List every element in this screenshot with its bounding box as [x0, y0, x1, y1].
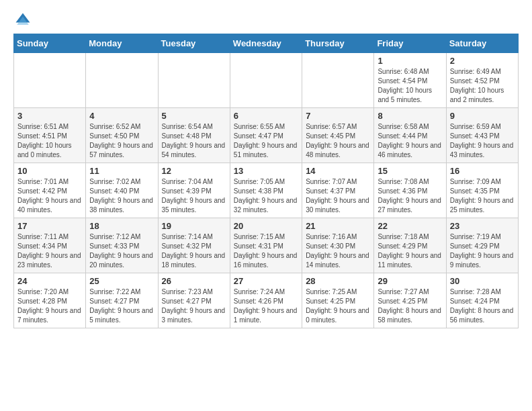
day-info: Sunrise: 7:19 AMSunset: 4:29 PMDaylight:…: [450, 232, 515, 270]
page: SundayMondayTuesdayWednesdayThursdayFrid…: [0, 0, 532, 335]
day-number: 17: [17, 221, 82, 231]
day-cell: [302, 53, 374, 108]
day-info: Sunrise: 7:02 AMSunset: 4:40 PMDaylight:…: [89, 177, 154, 215]
day-info: Sunrise: 7:28 AMSunset: 4:24 PMDaylight:…: [450, 287, 515, 325]
header-day-monday: Monday: [86, 34, 158, 53]
week-row-5: 24Sunrise: 7:20 AMSunset: 4:28 PMDayligh…: [14, 273, 519, 328]
day-number: 27: [234, 276, 298, 286]
day-info: Sunrise: 6:48 AMSunset: 4:54 PMDaylight:…: [378, 67, 442, 105]
header-day-thursday: Thursday: [302, 34, 374, 53]
day-cell: 14Sunrise: 7:07 AMSunset: 4:37 PMDayligh…: [302, 163, 374, 218]
day-cell: 9Sunrise: 6:59 AMSunset: 4:43 PMDaylight…: [446, 108, 518, 163]
day-number: 3: [17, 111, 82, 121]
day-cell: 13Sunrise: 7:05 AMSunset: 4:38 PMDayligh…: [230, 163, 302, 218]
day-number: 21: [306, 221, 370, 231]
day-number: 19: [162, 221, 226, 231]
day-cell: [86, 53, 158, 108]
day-info: Sunrise: 7:11 AMSunset: 4:34 PMDaylight:…: [17, 232, 82, 270]
day-number: 9: [450, 111, 515, 121]
day-info: Sunrise: 7:18 AMSunset: 4:29 PMDaylight:…: [378, 232, 442, 270]
day-number: 26: [162, 276, 226, 286]
day-info: Sunrise: 7:09 AMSunset: 4:35 PMDaylight:…: [450, 177, 515, 215]
day-cell: 26Sunrise: 7:23 AMSunset: 4:27 PMDayligh…: [158, 273, 230, 328]
day-number: 15: [378, 166, 442, 176]
day-info: Sunrise: 6:52 AMSunset: 4:50 PMDaylight:…: [89, 122, 154, 160]
logo-icon: [13, 11, 32, 30]
day-cell: 20Sunrise: 7:15 AMSunset: 4:31 PMDayligh…: [230, 218, 302, 273]
day-cell: [14, 53, 86, 108]
day-number: 12: [162, 166, 226, 176]
day-number: 16: [450, 166, 515, 176]
week-row-1: 1Sunrise: 6:48 AMSunset: 4:54 PMDaylight…: [14, 53, 519, 108]
calendar-body: 1Sunrise: 6:48 AMSunset: 4:54 PMDaylight…: [14, 53, 519, 328]
day-info: Sunrise: 6:51 AMSunset: 4:51 PMDaylight:…: [17, 122, 82, 160]
day-number: 6: [234, 111, 298, 121]
day-cell: 5Sunrise: 6:54 AMSunset: 4:48 PMDaylight…: [158, 108, 230, 163]
day-info: Sunrise: 7:04 AMSunset: 4:39 PMDaylight:…: [162, 177, 226, 215]
day-number: 5: [162, 111, 226, 121]
day-cell: 3Sunrise: 6:51 AMSunset: 4:51 PMDaylight…: [14, 108, 86, 163]
day-info: Sunrise: 7:07 AMSunset: 4:37 PMDaylight:…: [306, 177, 370, 215]
day-info: Sunrise: 7:08 AMSunset: 4:36 PMDaylight:…: [378, 177, 442, 215]
day-info: Sunrise: 6:59 AMSunset: 4:43 PMDaylight:…: [450, 122, 515, 160]
calendar-header: SundayMondayTuesdayWednesdayThursdayFrid…: [14, 34, 519, 53]
day-number: 13: [234, 166, 298, 176]
logo: [13, 11, 35, 30]
day-cell: 6Sunrise: 6:55 AMSunset: 4:47 PMDaylight…: [230, 108, 302, 163]
week-row-4: 17Sunrise: 7:11 AMSunset: 4:34 PMDayligh…: [14, 218, 519, 273]
day-cell: 12Sunrise: 7:04 AMSunset: 4:39 PMDayligh…: [158, 163, 230, 218]
week-row-3: 10Sunrise: 7:01 AMSunset: 4:42 PMDayligh…: [14, 163, 519, 218]
day-number: 29: [378, 276, 442, 286]
day-cell: 7Sunrise: 6:57 AMSunset: 4:45 PMDaylight…: [302, 108, 374, 163]
day-cell: [230, 53, 302, 108]
header-day-saturday: Saturday: [446, 34, 518, 53]
header-day-sunday: Sunday: [14, 34, 86, 53]
day-cell: 15Sunrise: 7:08 AMSunset: 4:36 PMDayligh…: [374, 163, 446, 218]
day-info: Sunrise: 7:24 AMSunset: 4:26 PMDaylight:…: [234, 287, 298, 325]
day-number: 2: [450, 56, 515, 66]
day-info: Sunrise: 7:20 AMSunset: 4:28 PMDaylight:…: [17, 287, 82, 325]
day-cell: 24Sunrise: 7:20 AMSunset: 4:28 PMDayligh…: [14, 273, 86, 328]
day-info: Sunrise: 6:57 AMSunset: 4:45 PMDaylight:…: [306, 122, 370, 160]
day-number: 28: [306, 276, 370, 286]
day-info: Sunrise: 6:58 AMSunset: 4:44 PMDaylight:…: [378, 122, 442, 160]
day-cell: 25Sunrise: 7:22 AMSunset: 4:27 PMDayligh…: [86, 273, 158, 328]
day-info: Sunrise: 7:15 AMSunset: 4:31 PMDaylight:…: [234, 232, 298, 270]
day-info: Sunrise: 7:01 AMSunset: 4:42 PMDaylight:…: [17, 177, 82, 215]
day-cell: 8Sunrise: 6:58 AMSunset: 4:44 PMDaylight…: [374, 108, 446, 163]
day-info: Sunrise: 6:54 AMSunset: 4:48 PMDaylight:…: [162, 122, 226, 160]
day-number: 4: [89, 111, 154, 121]
header-day-friday: Friday: [374, 34, 446, 53]
day-cell: 10Sunrise: 7:01 AMSunset: 4:42 PMDayligh…: [14, 163, 86, 218]
day-number: 23: [450, 221, 515, 231]
day-cell: 23Sunrise: 7:19 AMSunset: 4:29 PMDayligh…: [446, 218, 518, 273]
calendar-table: SundayMondayTuesdayWednesdayThursdayFrid…: [13, 34, 519, 328]
day-number: 25: [89, 276, 154, 286]
day-cell: 18Sunrise: 7:12 AMSunset: 4:33 PMDayligh…: [86, 218, 158, 273]
day-info: Sunrise: 7:05 AMSunset: 4:38 PMDaylight:…: [234, 177, 298, 215]
day-number: 24: [17, 276, 82, 286]
day-info: Sunrise: 6:55 AMSunset: 4:47 PMDaylight:…: [234, 122, 298, 160]
day-cell: 28Sunrise: 7:25 AMSunset: 4:25 PMDayligh…: [302, 273, 374, 328]
day-cell: 29Sunrise: 7:27 AMSunset: 4:25 PMDayligh…: [374, 273, 446, 328]
day-info: Sunrise: 7:14 AMSunset: 4:32 PMDaylight:…: [162, 232, 226, 270]
day-cell: 21Sunrise: 7:16 AMSunset: 4:30 PMDayligh…: [302, 218, 374, 273]
day-cell: 17Sunrise: 7:11 AMSunset: 4:34 PMDayligh…: [14, 218, 86, 273]
header-day-tuesday: Tuesday: [158, 34, 230, 53]
day-cell: 1Sunrise: 6:48 AMSunset: 4:54 PMDaylight…: [374, 53, 446, 108]
day-number: 11: [89, 166, 154, 176]
day-info: Sunrise: 7:23 AMSunset: 4:27 PMDaylight:…: [162, 287, 226, 325]
day-number: 22: [378, 221, 442, 231]
day-cell: 16Sunrise: 7:09 AMSunset: 4:35 PMDayligh…: [446, 163, 518, 218]
day-info: Sunrise: 7:22 AMSunset: 4:27 PMDaylight:…: [89, 287, 154, 325]
day-cell: 27Sunrise: 7:24 AMSunset: 4:26 PMDayligh…: [230, 273, 302, 328]
header: [13, 11, 519, 30]
day-cell: 19Sunrise: 7:14 AMSunset: 4:32 PMDayligh…: [158, 218, 230, 273]
day-number: 8: [378, 111, 442, 121]
day-cell: 4Sunrise: 6:52 AMSunset: 4:50 PMDaylight…: [86, 108, 158, 163]
day-cell: 22Sunrise: 7:18 AMSunset: 4:29 PMDayligh…: [374, 218, 446, 273]
day-info: Sunrise: 7:16 AMSunset: 4:30 PMDaylight:…: [306, 232, 370, 270]
week-row-2: 3Sunrise: 6:51 AMSunset: 4:51 PMDaylight…: [14, 108, 519, 163]
day-cell: [158, 53, 230, 108]
day-info: Sunrise: 6:49 AMSunset: 4:52 PMDaylight:…: [450, 67, 515, 105]
